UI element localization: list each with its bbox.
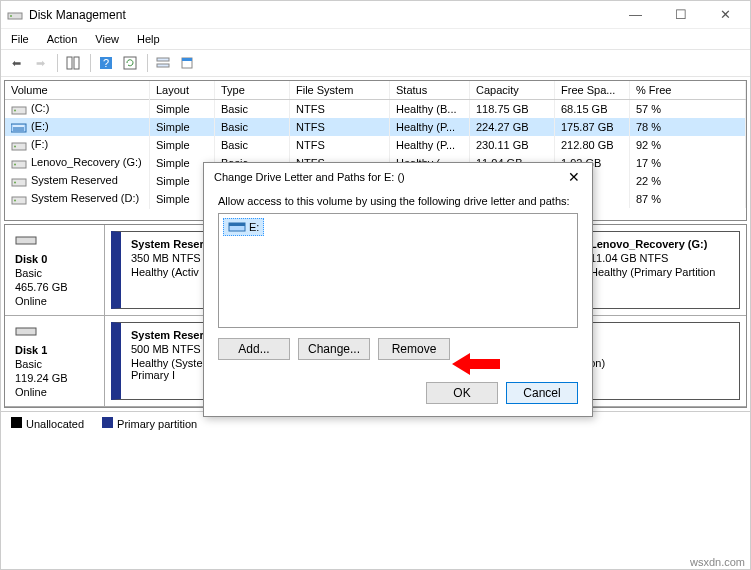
menubar: File Action View Help [1, 29, 750, 49]
menu-help[interactable]: Help [137, 33, 160, 45]
disk-icon [15, 233, 37, 247]
svg-point-24 [14, 199, 16, 201]
partition-lenovo-recovery[interactable]: Lenovo_Recovery (G:) 11.04 GB NTFS Healt… [570, 231, 740, 309]
col-status[interactable]: Status [390, 81, 470, 99]
disk-icon [15, 324, 37, 338]
disk1-size: 119.24 GB [15, 372, 94, 384]
panes-button[interactable] [62, 52, 84, 74]
cancel-button[interactable]: Cancel [506, 382, 578, 404]
properties-icon[interactable] [176, 52, 198, 74]
svg-rect-8 [157, 64, 169, 67]
disk1-type: Basic [15, 358, 94, 370]
col-capacity[interactable]: Capacity [470, 81, 555, 99]
svg-point-22 [14, 181, 16, 183]
svg-rect-6 [124, 57, 136, 69]
menu-file[interactable]: File [11, 33, 29, 45]
annotation-arrow-icon [452, 351, 502, 377]
partition-name: System Reser [131, 238, 210, 250]
volume-row[interactable]: (C:)SimpleBasicNTFSHealthy (B...118.75 G… [5, 100, 746, 118]
svg-rect-26 [16, 328, 36, 335]
minimize-button[interactable]: — [613, 1, 658, 29]
volume-icon [11, 158, 27, 170]
back-button[interactable]: ⬅ [5, 52, 27, 74]
watermark: wsxdn.com [690, 556, 745, 568]
volume-header-row: Volume Layout Type File System Status Ca… [5, 81, 746, 100]
svg-point-20 [14, 163, 16, 165]
col-layout[interactable]: Layout [150, 81, 215, 99]
window-titlebar: Disk Management — ☐ ✕ [1, 1, 750, 29]
disk1-label[interactable]: Disk 1 Basic 119.24 GB Online [5, 316, 105, 406]
refresh-icon[interactable] [119, 52, 141, 74]
svg-point-18 [14, 145, 16, 147]
dialog-title: Change Drive Letter and Paths for E: () [214, 171, 564, 183]
disk0-type: Basic [15, 267, 94, 279]
svg-point-1 [10, 15, 12, 17]
disk1-state: Online [15, 386, 94, 398]
change-drive-letter-dialog: Change Drive Letter and Paths for E: () … [203, 162, 593, 417]
dialog-close-icon[interactable]: ✕ [564, 169, 584, 185]
svg-rect-10 [182, 58, 192, 61]
close-button[interactable]: ✕ [703, 1, 748, 29]
svg-rect-2 [67, 57, 72, 69]
window-title: Disk Management [29, 8, 613, 22]
volume-icon [11, 104, 27, 116]
drive-path-label: E: [249, 221, 259, 233]
menu-view[interactable]: View [95, 33, 119, 45]
partition-size: 11.04 GB NTFS [590, 252, 729, 264]
toolbar: ⬅ ➡ ? [1, 49, 750, 77]
volume-icon [11, 122, 27, 134]
col-fs[interactable]: File System [290, 81, 390, 99]
volume-icon [11, 176, 27, 188]
svg-text:?: ? [103, 57, 109, 69]
maximize-button[interactable]: ☐ [658, 1, 703, 29]
help-icon[interactable]: ? [95, 52, 117, 74]
volume-row[interactable]: (F:)SimpleBasicNTFSHealthy (P...230.11 G… [5, 136, 746, 154]
svg-rect-3 [74, 57, 79, 69]
volume-icon [11, 194, 27, 206]
change-button[interactable]: Change... [298, 338, 370, 360]
col-pfree[interactable]: % Free [630, 81, 746, 99]
forward-button[interactable]: ➡ [29, 52, 51, 74]
col-volume[interactable]: Volume [5, 81, 150, 99]
svg-rect-28 [229, 223, 245, 226]
menu-action[interactable]: Action [47, 33, 78, 45]
disk0-size: 465.76 GB [15, 281, 94, 293]
disk0-label[interactable]: Disk 0 Basic 465.76 GB Online [5, 225, 105, 315]
dialog-instruction: Allow access to this volume by using the… [218, 195, 578, 207]
app-icon [7, 7, 23, 23]
drive-paths-listbox[interactable]: E: [218, 213, 578, 328]
svg-point-12 [14, 109, 16, 111]
partition-state: Healthy (Primary Partition [590, 266, 729, 278]
list-view-icon[interactable] [152, 52, 174, 74]
partition-name: Lenovo_Recovery (G:) [590, 238, 729, 250]
partition-state: Healthy (Activ [131, 266, 210, 278]
drive-icon [228, 220, 246, 234]
drive-path-item[interactable]: E: [223, 218, 264, 236]
legend-unallocated: Unallocated [11, 417, 84, 430]
volume-row[interactable]: (E:)SimpleBasicNTFSHealthy (P...224.27 G… [5, 118, 746, 136]
disk1-name: Disk 1 [15, 344, 94, 356]
col-type[interactable]: Type [215, 81, 290, 99]
svg-marker-29 [452, 353, 500, 375]
ok-button[interactable]: OK [426, 382, 498, 404]
volume-icon [11, 140, 27, 152]
add-button[interactable]: Add... [218, 338, 290, 360]
svg-rect-7 [157, 58, 169, 61]
disk0-state: Online [15, 295, 94, 307]
remove-button[interactable]: Remove [378, 338, 450, 360]
partition-size: 350 MB NTFS [131, 252, 210, 264]
legend-primary: Primary partition [102, 417, 197, 430]
disk0-name: Disk 0 [15, 253, 94, 265]
svg-rect-25 [16, 237, 36, 244]
col-free[interactable]: Free Spa... [555, 81, 630, 99]
